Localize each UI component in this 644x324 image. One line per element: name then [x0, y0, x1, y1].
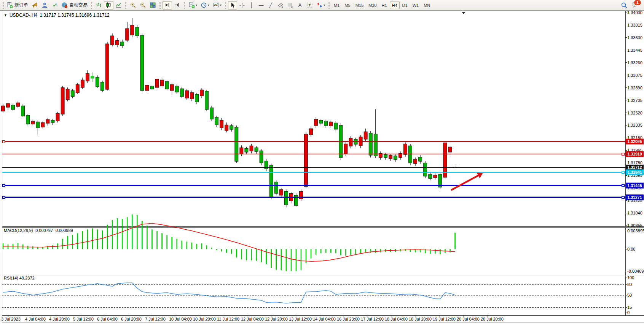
profile-button[interactable] — [40, 1, 49, 10]
line-chart-button[interactable] — [114, 1, 123, 10]
svg-text:0: 0 — [627, 310, 630, 315]
horizontal-line-button[interactable]: — — [257, 1, 266, 10]
candle-body — [180, 89, 183, 97]
svg-text:1.31271: 1.31271 — [628, 195, 642, 200]
timeframe-button-m30[interactable]: M30 — [366, 2, 379, 9]
timeframe-button-mn[interactable]: MN — [421, 2, 432, 9]
svg-text:7 Jul 12:00: 7 Jul 12:00 — [145, 317, 166, 321]
candle-body — [155, 79, 159, 87]
svg-text:4 Jul 04:00: 4 Jul 04:00 — [25, 317, 46, 321]
timeframe-button-m15[interactable]: M15 — [353, 2, 366, 9]
line-handle[interactable] — [622, 153, 624, 155]
svg-text:10 Jul 20:00: 10 Jul 20:00 — [193, 317, 216, 321]
auto-scroll-button[interactable] — [163, 1, 172, 10]
svg-text:F: F — [292, 6, 293, 8]
timeframe-button-h4[interactable]: H4 — [390, 2, 400, 9]
timeframe-button-h1[interactable]: H1 — [379, 2, 389, 9]
crosshair-button[interactable] — [238, 1, 247, 10]
svg-text:20 Jul 20:00: 20 Jul 20:00 — [481, 317, 504, 321]
candle-body — [165, 81, 169, 89]
new-order-button[interactable]: 新订单 — [5, 1, 30, 10]
dropdown-caret-icon: ▾ — [220, 3, 222, 7]
search-icon[interactable] — [621, 2, 628, 9]
horn-button[interactable] — [30, 1, 40, 10]
line-handle[interactable] — [3, 196, 5, 199]
svg-text:0.00: 0.00 — [627, 247, 635, 251]
candle-body — [364, 132, 367, 139]
timeframe-button-d1[interactable]: D1 — [400, 2, 410, 9]
horn-icon — [32, 2, 38, 8]
svg-text:1.31641: 1.31641 — [628, 170, 642, 175]
new-chart-icon — [188, 2, 195, 8]
toolbar-grip[interactable] — [91, 2, 92, 9]
tile-windows-button[interactable] — [148, 1, 158, 10]
chart-canvas[interactable]: 1.340001.338151.336301.334451.332601.330… — [0, 0, 644, 324]
notifications-button[interactable]: 1 — [631, 1, 639, 10]
arrows-button[interactable]: ▾ — [315, 1, 327, 10]
indicators-button[interactable]: ▾ — [211, 1, 223, 10]
toolbar-group-standard: 新订单 — [1, 0, 90, 11]
dropdown-caret-icon: ▾ — [196, 3, 197, 7]
line-handle[interactable] — [622, 184, 624, 187]
svg-text:1.31910: 1.31910 — [628, 152, 642, 156]
candle-body — [31, 121, 35, 124]
candle-body — [195, 94, 198, 102]
timeframe-button-m5[interactable]: M5 — [342, 2, 352, 9]
toolbar-grip[interactable] — [184, 2, 185, 9]
timeframe-button-m1[interactable]: M1 — [332, 2, 342, 9]
line-handle[interactable] — [622, 171, 624, 173]
zoom-out-button[interactable] — [138, 1, 148, 10]
svg-text:1.31445: 1.31445 — [628, 183, 642, 188]
line-handle[interactable] — [3, 140, 5, 143]
zoom-in-button[interactable] — [128, 1, 138, 10]
candle-body — [374, 134, 377, 156]
symbol-dropdown-icon[interactable]: ▼ — [4, 13, 7, 17]
svg-text:1.32335: 1.32335 — [627, 123, 642, 127]
toolbar-grip[interactable] — [3, 2, 4, 9]
text-button[interactable]: A — [295, 1, 304, 10]
toolbar-grip[interactable] — [125, 2, 126, 9]
text-label-button[interactable]: T — [305, 1, 314, 10]
svg-text:17 Jul 12:00: 17 Jul 12:00 — [361, 317, 384, 321]
fibonacci-icon: F — [287, 2, 293, 8]
signals-button[interactable] — [50, 1, 59, 10]
auto-scroll-icon — [164, 2, 171, 8]
crosshair-icon — [239, 2, 245, 8]
candle-body — [131, 25, 134, 35]
svg-text:50: 50 — [627, 293, 632, 297]
periodicity-button[interactable]: ▾ — [199, 1, 211, 10]
svg-text:1.31780: 1.31780 — [627, 160, 642, 165]
candle-body — [384, 154, 387, 157]
zoom-out-icon — [140, 2, 146, 8]
fibonacci-button[interactable]: F — [285, 1, 295, 10]
toolbar-grip[interactable] — [328, 2, 330, 9]
svg-text:E: E — [282, 6, 283, 8]
svg-text:1.33445: 1.33445 — [627, 48, 642, 52]
trendline-button[interactable]: ╱ — [266, 1, 275, 10]
candle-body — [41, 122, 45, 127]
candle-body — [21, 106, 25, 116]
line-handle[interactable] — [3, 184, 5, 187]
candle-body — [46, 119, 49, 123]
candle-body — [235, 127, 238, 161]
chart-shift-button[interactable] — [172, 1, 182, 10]
candle-body — [71, 91, 74, 97]
auto-trading-button[interactable]: 自动交易 — [60, 1, 89, 10]
vertical-line-button[interactable]: │ — [247, 1, 256, 10]
candle-body — [185, 91, 188, 98]
new-chart-button[interactable]: ▾ — [187, 1, 199, 10]
candle-body — [250, 146, 253, 151]
toolbar-grip[interactable] — [159, 2, 161, 9]
svg-text:16 Jul 23:00: 16 Jul 23:00 — [337, 317, 360, 321]
chart-symbol-period: USDCAD-,H4 — [10, 13, 37, 18]
candle-body — [91, 76, 94, 78]
candle-body — [96, 77, 99, 87]
timeframe-button-w1[interactable]: W1 — [410, 2, 421, 9]
equidistant-channel-button[interactable]: E — [276, 1, 285, 10]
toolbar-grip[interactable] — [225, 2, 226, 9]
candlestick-chart-button[interactable] — [104, 1, 113, 10]
line-handle[interactable] — [622, 196, 624, 199]
bar-chart-button[interactable] — [94, 1, 104, 10]
macd-indicator-label: MACD(12,26,9) -0.000797 -0.000989 — [4, 228, 73, 233]
cursor-button[interactable] — [228, 1, 237, 10]
